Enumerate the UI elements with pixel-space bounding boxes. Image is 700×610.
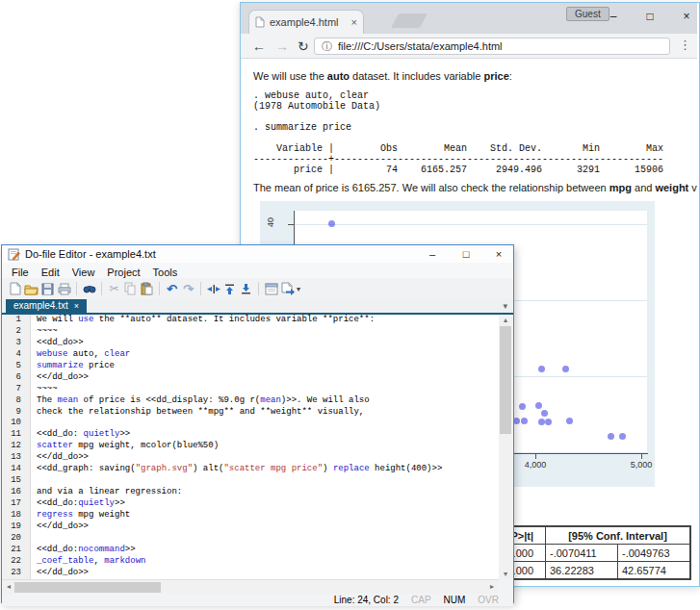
code-line[interactable]: and via a linear regression: (37, 487, 499, 498)
code-token: check the relationship between **mpg** a… (37, 407, 364, 417)
code-line[interactable]: <</dd_do>> (37, 521, 499, 533)
code-line[interactable]: summarize price (37, 361, 499, 372)
code-token: mpg weight (73, 510, 130, 520)
do-dropdown-caret[interactable]: ▾ (297, 285, 300, 293)
browser-titlebar[interactable]: example4.html × Guest – □ × (241, 3, 697, 34)
code-line[interactable]: regress mpg weight (37, 510, 499, 521)
paste-icon[interactable] (139, 281, 155, 296)
undo-icon[interactable]: ↶ (164, 281, 180, 296)
tab-close-icon[interactable]: × (351, 16, 357, 28)
save-icon[interactable] (39, 281, 56, 296)
text-segment: We will use the (253, 70, 327, 82)
code-token: >> (125, 545, 136, 554)
editor-vertical-scrollbar[interactable]: ▴ ▾ (499, 315, 512, 579)
execute-up-icon[interactable] (221, 281, 238, 296)
browser-close-button[interactable]: × (672, 8, 700, 25)
editor-maximize-button[interactable]: □ (454, 246, 479, 262)
code-token: <</dd_do>> (37, 568, 89, 577)
browser-overflow-menu-icon[interactable]: ⋮ (679, 38, 691, 52)
code-line[interactable]: check the relationship between **mpg** a… (37, 407, 499, 419)
editor-statusbar: Line: 24, Col: 2 CAP NUM OVR (2, 594, 513, 606)
vertical-scroll-thumb[interactable] (500, 326, 511, 434)
caps-lock-indicator: CAP (411, 595, 431, 605)
keyword-token: mean (260, 395, 281, 405)
code-line[interactable]: <</dd_do>> (37, 452, 499, 464)
code-token: auto, (67, 349, 104, 359)
new-file-icon[interactable] (7, 281, 23, 296)
open-folder-icon[interactable] (23, 281, 39, 296)
print-icon[interactable] (56, 281, 72, 296)
code-line[interactable]: <<dd_graph: saving("graph.svg") alt("sca… (37, 464, 499, 475)
stata-output-block: . webuse auto, clear (1978 Automobile Da… (253, 90, 663, 175)
browser-minimize-button[interactable]: – (599, 8, 628, 25)
coef-table-cell: -.0070411 (546, 545, 618, 562)
line-number: 11 (2, 429, 30, 441)
code-line[interactable]: <</dd_do>> (37, 568, 499, 579)
line-number: 2 (2, 326, 30, 338)
keyword-token: mean (58, 395, 79, 405)
code-line[interactable] (37, 418, 499, 429)
scroll-left-icon[interactable]: ◂ (2, 582, 15, 591)
address-bar[interactable]: ⓘ file:///C:/Users/stata/example4.html (314, 38, 670, 55)
back-icon[interactable]: ← (252, 38, 266, 55)
editor-titlebar[interactable]: Do-file Editor - example4.txt – □ × (2, 245, 513, 263)
code-line[interactable]: <<dd_do:quietly>> (37, 498, 499, 510)
find-icon[interactable] (81, 281, 97, 296)
code-line[interactable]: <<dd_do>> (37, 338, 499, 349)
code-token: ~~~~ (37, 326, 58, 336)
text-segment: price (483, 70, 508, 82)
scroll-up-icon[interactable]: ▴ (499, 316, 512, 324)
code-line[interactable]: <</dd_do>> (37, 372, 499, 384)
cursor-position: Line: 24, Col: 2 (334, 595, 399, 605)
scroll-right-icon[interactable]: ▸ (485, 582, 499, 591)
line-number: 7 (2, 384, 30, 395)
page-info-icon[interactable]: ⓘ (322, 39, 332, 54)
code-token: <<dd_graph: saving( (37, 464, 136, 473)
browser-tab[interactable]: example4.html × (248, 10, 364, 34)
editor-tab-close-icon[interactable]: × (74, 299, 79, 313)
tab-list-caret-icon[interactable]: ▾ (503, 301, 507, 311)
editor-minimize-button[interactable]: – (420, 246, 445, 262)
preview-file-icon[interactable] (263, 281, 279, 296)
code-line[interactable]: _coef_table, markdown (37, 556, 499, 568)
reload-icon[interactable]: ↻ (298, 38, 309, 55)
execute-down-icon[interactable] (238, 281, 254, 296)
browser-maximize-button[interactable]: □ (635, 8, 664, 25)
code-line[interactable]: webuse auto, clear (37, 349, 499, 361)
line-number: 10 (2, 418, 30, 429)
code-text[interactable]: We will use the **auto** dataset. It inc… (31, 315, 499, 579)
editor-tab-example4[interactable]: example4.txt × (6, 299, 87, 313)
code-line[interactable] (37, 475, 499, 487)
code-editor-area[interactable]: 1234567891011121314151617181920212223 We… (2, 315, 499, 579)
text-segment: dataset. It includes variable (350, 70, 483, 82)
horizontal-scroll-thumb[interactable] (14, 582, 161, 593)
code-line[interactable]: <<dd_do:nocommand>> (37, 545, 499, 556)
line-number: 22 (2, 556, 30, 568)
line-number: 1 (2, 315, 30, 326)
code-line[interactable]: The mean of price is <<dd_display: %9.0g… (37, 395, 499, 407)
run-to-line-icon[interactable] (205, 281, 221, 296)
editor-close-button[interactable]: × (486, 246, 511, 262)
code-line[interactable]: scatter mpg weight, mcolor(blue%50) (37, 441, 499, 452)
scatter-point (521, 418, 528, 424)
keyword-token: scatter (37, 441, 73, 450)
x-tick (641, 454, 642, 459)
do-file-icon (8, 248, 20, 261)
code-line[interactable]: <<dd_do: quietly>> (37, 429, 499, 441)
new-tab-button[interactable] (391, 13, 428, 28)
execute-do-icon[interactable] (279, 281, 296, 296)
code-line[interactable] (37, 533, 499, 545)
line-number: 5 (2, 361, 30, 372)
copy-icon (122, 281, 139, 296)
scatter-point (562, 366, 569, 372)
code-line[interactable]: ~~~~ (37, 384, 499, 395)
code-line[interactable]: ~~~~ (37, 326, 499, 338)
editor-horizontal-scrollbar[interactable]: ◂ ▸ (2, 579, 499, 594)
code-token: mpg weight, mcolor(blue%50) (73, 441, 219, 450)
code-line[interactable]: We will use the **auto** dataset. It inc… (37, 315, 499, 326)
x-tick-label: 4,000 (516, 460, 555, 470)
scroll-down-icon[interactable]: ▾ (499, 570, 512, 578)
scatter-point (545, 419, 552, 425)
url-text[interactable]: file:///C:/Users/stata/example4.html (338, 40, 503, 52)
code-token: <<dd_do: (37, 545, 78, 554)
